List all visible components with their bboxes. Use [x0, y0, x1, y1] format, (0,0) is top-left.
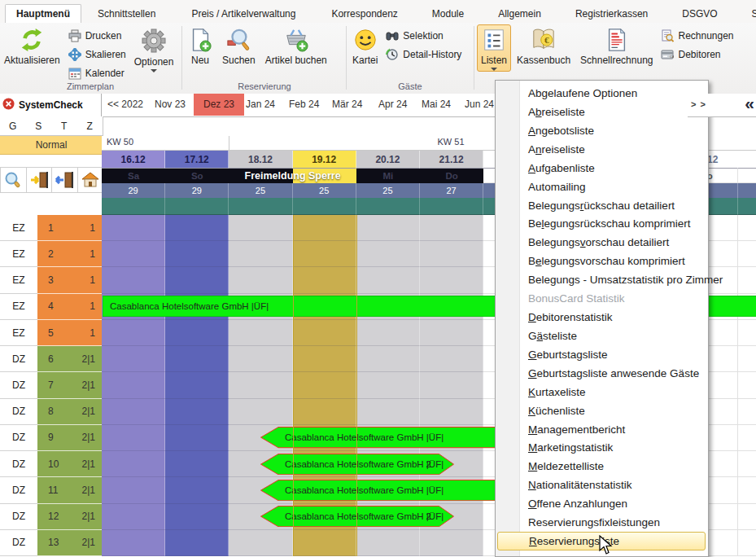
- plan-cell[interactable]: [165, 451, 229, 477]
- menu-item-bonuscard-statistik[interactable]: BonusCard Statistik: [497, 289, 706, 308]
- plan-cell[interactable]: [356, 215, 420, 241]
- plan-cell[interactable]: [229, 241, 292, 267]
- plan-cell[interactable]: [102, 241, 165, 267]
- month-tab-Nov-23[interactable]: Nov 23: [155, 94, 186, 116]
- menu-item-abreiseliste[interactable]: Abreiseliste: [497, 103, 706, 121]
- room-row-header[interactable]: 31: [37, 267, 102, 293]
- tab-support[interactable]: Support: [741, 4, 756, 23]
- plan-cell[interactable]: [356, 320, 420, 346]
- plan-cell[interactable]: [102, 346, 165, 372]
- month-tab-Apr-24[interactable]: Apr 24: [378, 94, 407, 116]
- room-row-header[interactable]: 51: [37, 320, 102, 346]
- aktualisieren-button[interactable]: Aktualisieren: [0, 24, 64, 67]
- plan-cell[interactable]: [356, 346, 420, 372]
- plan-cell[interactable]: [165, 267, 229, 293]
- plan-cell[interactable]: [102, 372, 165, 398]
- plan-cell[interactable]: [293, 530, 356, 556]
- plan-cell[interactable]: [738, 241, 756, 267]
- menu-item-geburtstagsliste[interactable]: Geburtstagsliste: [497, 345, 706, 364]
- suchen-button[interactable]: Suchen: [218, 24, 260, 67]
- plan-cell[interactable]: [738, 372, 756, 398]
- plan-cell[interactable]: [229, 399, 292, 425]
- menu-item-belegungsvorschau-komprimiert[interactable]: Belegungsvorschau komprimiert: [497, 252, 706, 270]
- plan-cell[interactable]: [420, 320, 483, 346]
- menu-item-geburtstagsliste-anwesende-gäste[interactable]: Geburtstagsliste anwesende Gäste: [497, 364, 706, 383]
- date-header-20.12[interactable]: 20.12: [356, 151, 420, 169]
- month-tab--2022[interactable]: << 2022: [107, 94, 143, 116]
- date-header-21.12[interactable]: 21.12: [420, 151, 483, 169]
- plan-cell[interactable]: [165, 241, 229, 267]
- plan-cell[interactable]: [738, 504, 756, 530]
- plan-cell[interactable]: [165, 215, 229, 241]
- menu-item-automailing[interactable]: Automailing: [497, 178, 706, 196]
- plan-cell[interactable]: [738, 215, 756, 241]
- detail-history-button[interactable]: Detail-History: [383, 47, 464, 62]
- tab-dsgvo[interactable]: DSGVO: [671, 4, 728, 23]
- menu-item-meldezettelliste[interactable]: Meldezettelliste: [497, 457, 706, 476]
- room-row-header[interactable]: 122|1: [37, 504, 102, 530]
- room-row-header[interactable]: 62|1: [37, 346, 102, 372]
- drucken-button[interactable]: Drucken: [66, 29, 129, 43]
- plan-cell[interactable]: [102, 530, 165, 556]
- tab-module[interactable]: Module: [421, 4, 475, 23]
- menu-item-belegungs-umsatzstatistik-pro-zimmer[interactable]: Belegungs - Umsatzstatistik pro Zimmer: [497, 270, 706, 289]
- room-row-header[interactable]: 41: [37, 294, 102, 320]
- date-header-17.12[interactable]: 17.12: [165, 151, 229, 169]
- plan-cell[interactable]: [102, 399, 165, 425]
- door-out-icon-button[interactable]: [51, 167, 78, 193]
- menu-item-reservierungsfixleistungen[interactable]: Reservierungsfixleistungen: [497, 513, 706, 532]
- selektion-button[interactable]: Selektion: [383, 29, 464, 43]
- tab-allgemein[interactable]: Allgemein: [487, 4, 553, 23]
- tab-preis-artikelverwaltung[interactable]: Preis / Artikelverwaltung: [180, 4, 307, 23]
- plan-cell[interactable]: [356, 399, 420, 425]
- room-row-header[interactable]: 102|1: [37, 451, 102, 477]
- plan-cell[interactable]: [356, 530, 420, 556]
- date-header-19.12[interactable]: 19.12: [293, 151, 356, 169]
- room-row-header[interactable]: 132|1: [37, 530, 102, 556]
- plan-cell[interactable]: [102, 320, 165, 346]
- menu-item-gästeliste[interactable]: Gästeliste: [497, 327, 706, 345]
- month-tab-Feb-24[interactable]: Feb 24: [289, 94, 319, 116]
- collapse-left-icon[interactable]: «: [745, 94, 754, 113]
- rechnungen-button[interactable]: Rechnungen: [658, 29, 736, 43]
- date-header-26.12[interactable]: 26.12: [738, 151, 756, 169]
- kalender-button[interactable]: Kalender: [66, 66, 129, 81]
- plan-cell[interactable]: [165, 399, 229, 425]
- plan-cell[interactable]: [229, 372, 292, 398]
- tab-korrespondenz[interactable]: Korrespondenz: [320, 4, 409, 23]
- plan-cell[interactable]: [293, 215, 356, 241]
- month-tab-M-r-24[interactable]: Mär 24: [332, 94, 362, 116]
- menu-item-küchenliste[interactable]: Küchenliste: [497, 401, 706, 420]
- schnellrechnung-button[interactable]: Schnellrechnung: [576, 24, 657, 67]
- menu-item-marketingstatistik[interactable]: Marketingstatistik: [497, 438, 706, 457]
- plan-cell[interactable]: [165, 530, 229, 556]
- plan-cell[interactable]: [738, 399, 756, 425]
- plan-cell[interactable]: [165, 372, 229, 398]
- magnifier-icon-button[interactable]: [0, 167, 27, 193]
- plan-cell[interactable]: [293, 267, 356, 293]
- plan-cell[interactable]: [165, 346, 229, 372]
- tab-registrierkassen[interactable]: Registrierkassen: [564, 4, 659, 23]
- tab-schnittstellen[interactable]: Schnittstellen: [86, 4, 167, 23]
- plan-cell[interactable]: [165, 425, 229, 451]
- plan-cell[interactable]: [420, 530, 483, 556]
- menu-item-aufgabenliste[interactable]: Aufgabenliste: [497, 159, 706, 178]
- reservation-bar[interactable]: Casablanca Hotelsoftware GmbH |ÜF|2: [260, 506, 454, 527]
- plan-cell[interactable]: [293, 241, 356, 267]
- menu-item-managementbericht[interactable]: Managementbericht: [497, 420, 706, 439]
- artikel-buchen-button[interactable]: Artikel buchen: [261, 24, 331, 67]
- kassenbuch-button[interactable]: €Kassenbuch: [513, 24, 575, 67]
- month-tab-Jan-24[interactable]: Jan 24: [246, 94, 275, 116]
- month-tab-Dez-23[interactable]: Dez 23: [194, 94, 244, 116]
- date-header-18.12[interactable]: 18.12: [229, 151, 292, 169]
- plan-cell[interactable]: [293, 346, 356, 372]
- menu-item-anreiseliste[interactable]: Anreiseliste: [497, 140, 706, 159]
- plan-cell[interactable]: [293, 372, 356, 398]
- menu-item-angebotsliste[interactable]: Angebotsliste: [497, 121, 706, 140]
- plan-cell[interactable]: [738, 267, 756, 293]
- plan-cell[interactable]: [102, 425, 165, 451]
- plan-cell[interactable]: [420, 346, 483, 372]
- menu-item-kurtaxeliste[interactable]: Kurtaxeliste: [497, 383, 706, 401]
- plan-cell[interactable]: [420, 215, 483, 241]
- menu-item-belegungsrückschau-komprimiert[interactable]: Belegungsrückschau komprimiert: [497, 214, 706, 233]
